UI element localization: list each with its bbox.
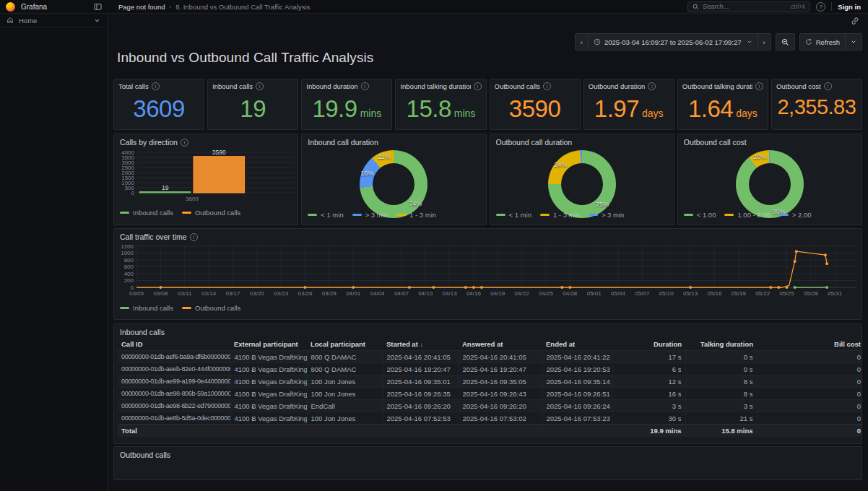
legend-item[interactable]: > 3 min bbox=[352, 211, 388, 219]
legend-item[interactable]: < 1.00 bbox=[684, 211, 716, 219]
column-header-started-at[interactable]: Started at ↓ bbox=[383, 338, 459, 351]
stat-value: 3609 bbox=[114, 95, 204, 123]
panel-title[interactable]: Outbound call duration bbox=[496, 138, 573, 147]
panel-title[interactable]: Outbound calls bbox=[120, 451, 170, 459]
panel-title[interactable]: Calls by direction bbox=[120, 138, 178, 147]
legend-item[interactable]: < 1 min bbox=[496, 211, 531, 219]
data-point bbox=[794, 286, 797, 289]
stat-panel-title[interactable]: Total calls bbox=[118, 82, 149, 90]
total-cell bbox=[230, 425, 307, 437]
info-icon[interactable]: i bbox=[181, 139, 188, 147]
info-icon[interactable]: i bbox=[474, 82, 482, 90]
table-cell: 2025-04-16 07:53:02 bbox=[459, 412, 542, 425]
time-shift-forward-button[interactable]: › bbox=[758, 34, 771, 50]
stat-panel-title[interactable]: Outbound cost bbox=[776, 82, 821, 90]
legend-item[interactable]: 1 - 3 min bbox=[540, 211, 580, 219]
chart-legend: < 1 min> 3 min1 - 3 min bbox=[308, 211, 436, 219]
stat-panel-title[interactable]: Outbound duration bbox=[589, 82, 646, 90]
legend-item[interactable]: Inbound calls bbox=[120, 209, 173, 217]
stat-panel-title[interactable]: Outbound calls bbox=[495, 82, 540, 90]
breadcrumb: Page not found › 8. Inbound vs Outbound … bbox=[108, 3, 310, 11]
panel-outbound-calls-table: Outbound calls bbox=[113, 446, 862, 480]
breadcrumb-current[interactable]: 8. Inbound vs Outbound Call Traffic Anal… bbox=[175, 3, 310, 11]
panel-title[interactable]: Inbound calls bbox=[120, 328, 165, 336]
zoom-out-time-button[interactable] bbox=[776, 34, 794, 50]
table-cell: 00000000-01db-ae99-a199-0e4400000009 bbox=[118, 375, 230, 388]
svg-text:04/22: 04/22 bbox=[515, 290, 530, 297]
column-header-talking-duration[interactable]: Talking duration bbox=[685, 338, 757, 351]
info-icon[interactable]: i bbox=[824, 82, 832, 90]
table-cell: 0 bbox=[757, 388, 862, 400]
column-header-local-participant[interactable]: Local participant bbox=[307, 338, 383, 351]
info-icon[interactable]: i bbox=[190, 233, 198, 241]
sidebar-item-home[interactable]: Home bbox=[0, 14, 107, 27]
info-icon[interactable]: i bbox=[648, 82, 656, 90]
legend-item[interactable]: > 2.00 bbox=[779, 211, 812, 219]
panel-title[interactable]: Inbound call duration bbox=[308, 138, 378, 147]
chart-legend: Inbound callsOutbound calls bbox=[120, 304, 240, 312]
legend-item[interactable]: < 1 min bbox=[308, 211, 343, 219]
table-row: 00000000-01db-ae8b-5d5a-0dec000000054100… bbox=[118, 412, 862, 425]
column-header-duration[interactable]: Duration bbox=[612, 338, 685, 351]
svg-text:1000: 1000 bbox=[121, 250, 134, 256]
stat-panel-title[interactable]: Inbound calls bbox=[212, 82, 253, 90]
table-cell: 16 s bbox=[612, 388, 685, 400]
data-point bbox=[480, 286, 483, 289]
data-point bbox=[304, 286, 307, 289]
column-header-call-id[interactable]: Call ID bbox=[118, 338, 230, 351]
table-cell: 00000000-01db-aeeb-82e0-444f0000000a bbox=[118, 363, 230, 375]
stat-panel-title[interactable]: Outbound talking duration bbox=[682, 82, 752, 90]
donut-ring: 74%16%11% bbox=[360, 150, 428, 218]
stat-panel-outbound-cost: Outbound cost i 2,355.83 bbox=[771, 79, 862, 130]
sign-in-button[interactable]: Sign in bbox=[838, 3, 861, 11]
svg-text:05/31: 05/31 bbox=[828, 290, 843, 297]
refresh-button[interactable]: Refresh bbox=[800, 34, 846, 50]
legend-item[interactable]: Outbound calls bbox=[182, 209, 240, 217]
svg-text:05/10: 05/10 bbox=[659, 290, 674, 297]
data-point bbox=[777, 286, 780, 289]
panel-title[interactable]: Call traffic over time bbox=[120, 233, 187, 241]
breadcrumb-root[interactable]: Page not found bbox=[118, 3, 165, 11]
donut-chart-inbound-duration: 74%16%11%< 1 min> 3 min1 - 3 min bbox=[302, 148, 485, 222]
panel-call-traffic-over-time: Call traffic over time i 020040060080010… bbox=[113, 228, 862, 320]
legend-item[interactable]: Outbound calls bbox=[182, 304, 240, 312]
panel-title[interactable]: Outbound call cost bbox=[684, 138, 747, 147]
info-icon[interactable]: i bbox=[256, 82, 264, 90]
time-range-button[interactable]: 2025-03-04 16:09:27 to 2025-06-02 17:09:… bbox=[589, 34, 758, 50]
legend-item[interactable]: 1 - 3 min bbox=[396, 211, 436, 219]
legend-swatch bbox=[182, 307, 191, 310]
column-header-bill-cost[interactable]: Bill cost bbox=[757, 338, 862, 351]
stat-panel-title[interactable]: Inbound duration bbox=[306, 82, 357, 90]
column-header-external-participant[interactable]: External participant bbox=[230, 338, 307, 351]
search-placeholder: Search... bbox=[703, 3, 786, 10]
svg-text:05/19: 05/19 bbox=[732, 290, 747, 297]
stat-panel-title[interactable]: Inbound talking duration bbox=[400, 82, 470, 90]
info-icon[interactable]: i bbox=[543, 82, 551, 90]
legend-swatch bbox=[352, 214, 362, 217]
share-link-icon[interactable] bbox=[851, 17, 859, 25]
svg-text:200: 200 bbox=[124, 277, 134, 284]
grafana-logo-icon[interactable] bbox=[6, 2, 15, 12]
help-icon[interactable]: ? bbox=[816, 2, 825, 12]
search-input[interactable]: Search... ctrl+k bbox=[687, 1, 810, 12]
panel-inbound-call-duration: Inbound call duration 74%16%11%< 1 min> … bbox=[301, 134, 486, 225]
table-row: 00000000-01db-aef6-ba9a-df6b0000000b4100… bbox=[118, 351, 862, 363]
column-header-answered-at[interactable]: Answered at bbox=[459, 338, 542, 351]
info-icon[interactable]: i bbox=[152, 82, 160, 90]
column-header-ended-at[interactable]: Ended at bbox=[542, 338, 612, 351]
info-icon[interactable]: i bbox=[755, 82, 763, 90]
stat-value: 15.8mins bbox=[396, 95, 485, 123]
info-icon[interactable]: i bbox=[361, 82, 369, 90]
chart-legend: Inbound callsOutbound calls bbox=[120, 209, 240, 217]
legend-item[interactable]: > 3 min bbox=[589, 211, 624, 219]
legend-item[interactable]: 1.00 - 2.00 bbox=[724, 211, 770, 219]
refresh-interval-dropdown[interactable] bbox=[846, 34, 862, 50]
dock-sidebar-icon[interactable] bbox=[94, 3, 102, 11]
table-cell: 0 bbox=[757, 351, 862, 363]
legend-item[interactable]: Inbound calls bbox=[120, 304, 173, 312]
time-shift-back-button[interactable]: ‹ bbox=[576, 34, 589, 50]
app-root: Grafana Page not found › 8. Inbound vs O… bbox=[0, 0, 868, 491]
legend-swatch bbox=[396, 214, 406, 217]
sidebar: Home bbox=[0, 14, 108, 491]
table-cell: 2025-04-16 07:52:53 bbox=[383, 412, 459, 425]
